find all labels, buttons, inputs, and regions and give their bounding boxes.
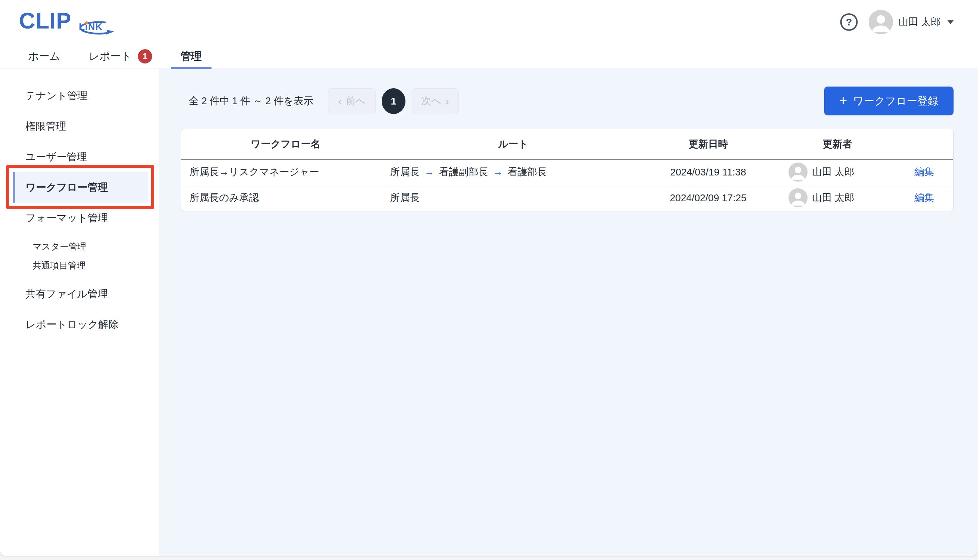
updater-name: 山田 太郎 <box>812 165 854 179</box>
chevron-left-icon: ‹ <box>338 96 342 107</box>
route-step: 所属長 <box>390 192 420 203</box>
workflow-table: ワークフロー名 ルート 更新日時 更新者 所属長→リスクマネージャー 所属長→看… <box>181 129 953 211</box>
route-cell: 所属長→看護副部長→看護部長 <box>390 159 637 185</box>
sidebar-item-common-field-management[interactable]: 共通項目管理 <box>0 256 159 275</box>
person-icon <box>788 188 808 207</box>
register-workflow-label: ワークフロー登録 <box>853 94 938 108</box>
column-header-route: ルート <box>390 129 637 159</box>
main-nav-tabs: ホーム レポート 1 管理 <box>0 44 978 69</box>
prev-page-label: 前へ <box>346 94 366 108</box>
pagination-controls: ‹ 前へ 1 次へ › <box>328 88 459 114</box>
column-header-workflow-name: ワークフロー名 <box>181 129 390 159</box>
main-content: 全 2 件中 1 件 ～ 2 件を表示 ‹ 前へ 1 次へ › + ワークフロー… <box>159 69 978 556</box>
sidebar-item-shared-file-management[interactable]: 共有ファイル管理 <box>0 278 159 309</box>
updater-cell: 山田 太郎 <box>780 185 896 211</box>
chevron-right-icon: › <box>446 96 449 107</box>
tab-admin[interactable]: 管理 <box>181 44 202 68</box>
sidebar-item-user-management[interactable]: ユーザー管理 <box>0 142 159 172</box>
help-icon[interactable]: ? <box>839 13 858 32</box>
route-step: 看護副部長 <box>439 166 488 177</box>
next-page-button[interactable]: 次へ › <box>412 88 459 114</box>
sidebar-item-tenant-management[interactable]: テナント管理 <box>0 80 159 111</box>
clip-link-logo[interactable]: CLIP LiNK <box>19 7 117 38</box>
column-header-updated-at: 更新日時 <box>637 129 780 159</box>
updater-name: 山田 太郎 <box>812 191 854 205</box>
logo-i-orange-dot: i <box>85 22 88 32</box>
updater-avatar <box>788 163 808 182</box>
workflow-table-card: ワークフロー名 ルート 更新日時 更新者 所属長→リスクマネージャー 所属長→看… <box>181 129 953 211</box>
tab-reports[interactable]: レポート 1 <box>88 44 152 68</box>
table-row: 所属長のみ承認 所属長 2024/02/09 17:25 <box>181 185 953 211</box>
logo-link-text: LiNK <box>79 22 102 32</box>
edit-link[interactable]: 編集 <box>915 192 934 203</box>
pagination-summary: 全 2 件中 1 件 ～ 2 件を表示 <box>189 94 313 108</box>
logo-link-swoosh: LiNK <box>70 19 117 37</box>
plus-icon: + <box>839 94 847 107</box>
content-row: テナント管理 権限管理 ユーザー管理 ワークフロー管理 フォーマット管理 マスタ… <box>0 69 978 556</box>
next-page-label: 次へ <box>421 94 441 108</box>
sidebar-item-workflow-management[interactable]: ワークフロー管理 <box>13 172 149 203</box>
chevron-down-icon <box>948 20 953 24</box>
table-row: 所属長→リスクマネージャー 所属長→看護副部長→看護部長 2024/03/19 … <box>181 159 953 185</box>
svg-text:?: ? <box>846 16 852 27</box>
register-workflow-button[interactable]: + ワークフロー登録 <box>824 87 953 115</box>
workflow-name-cell: 所属長のみ承認 <box>181 185 390 211</box>
actions-cell: 編集 <box>896 159 953 185</box>
route-arrow-icon: → <box>424 166 434 177</box>
user-menu[interactable]: 山田 太郎 <box>869 10 953 34</box>
actions-cell: 編集 <box>896 185 953 211</box>
admin-sidebar: テナント管理 権限管理 ユーザー管理 ワークフロー管理 フォーマット管理 マスタ… <box>0 69 159 556</box>
edit-link[interactable]: 編集 <box>915 166 934 177</box>
updated-at-cell: 2024/03/19 11:38 <box>637 159 780 185</box>
notification-badge: 1 <box>138 49 152 63</box>
column-header-actions <box>896 129 953 159</box>
tab-home[interactable]: ホーム <box>28 44 60 68</box>
sidebar-item-master-management[interactable]: マスター管理 <box>0 237 159 256</box>
tab-home-label: ホーム <box>28 49 60 63</box>
prev-page-button[interactable]: ‹ 前へ <box>328 88 375 114</box>
column-header-updater: 更新者 <box>780 129 896 159</box>
table-header-row: ワークフロー名 ルート 更新日時 更新者 <box>181 129 953 159</box>
updater-cell: 山田 太郎 <box>780 159 896 185</box>
user-avatar <box>869 10 893 34</box>
list-toolbar: 全 2 件中 1 件 ～ 2 件を表示 ‹ 前へ 1 次へ › + ワークフロー… <box>181 87 953 115</box>
top-bar-right: ? 山田 太郎 <box>839 10 953 34</box>
tab-reports-label: レポート <box>88 49 132 63</box>
route-step: 看護部長 <box>508 166 547 177</box>
top-bar: CLIP LiNK ? <box>0 0 978 44</box>
updater-avatar <box>788 188 808 207</box>
user-name: 山田 太郎 <box>898 15 941 29</box>
logo-clip-text: CLIP <box>19 7 71 35</box>
sidebar-item-report-lock-release[interactable]: レポートロック解除 <box>0 309 159 340</box>
updated-at-cell: 2024/02/09 17:25 <box>637 185 780 211</box>
sidebar-item-permission-management[interactable]: 権限管理 <box>0 111 159 142</box>
person-icon <box>869 10 893 34</box>
route-step: 所属長 <box>390 166 420 177</box>
workflow-name-cell: 所属長→リスクマネージャー <box>181 159 390 185</box>
route-arrow-icon: → <box>493 166 503 177</box>
app-window: CLIP LiNK ? <box>0 0 978 556</box>
sidebar-item-format-management[interactable]: フォーマット管理 <box>0 203 159 233</box>
route-cell: 所属長 <box>390 185 637 211</box>
tab-admin-label: 管理 <box>181 49 202 63</box>
current-page-indicator[interactable]: 1 <box>382 88 406 114</box>
person-icon <box>788 163 808 182</box>
